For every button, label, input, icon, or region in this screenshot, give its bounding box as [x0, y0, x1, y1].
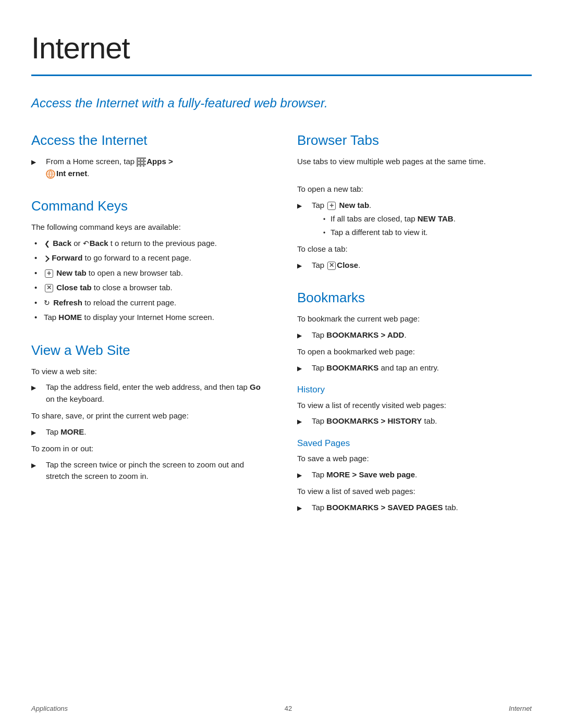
history-title: History	[297, 383, 532, 397]
new-tab-all-label: NEW TAB	[418, 214, 454, 223]
x-box-icon2: ✕	[327, 262, 336, 270]
access-internet-title: Access the Internet	[31, 130, 266, 151]
command-keys-section: Command Keys The following command keys …	[31, 196, 266, 324]
browser-tabs-to-open: To open a new tab:	[297, 183, 532, 195]
bookmarks-add-label: BOOKMARKS > ADD	[326, 330, 404, 339]
command-key-newtab: + New tab to open a new browser tab.	[31, 267, 266, 279]
bookmarks-add-list: Tap BOOKMARKS > ADD.	[297, 329, 532, 341]
newtab-label: New tab	[56, 268, 87, 277]
bookmarks-label: BOOKMARKS	[326, 363, 378, 372]
browser-tabs-intro: Use tabs to view multiple web pages at t…	[297, 156, 532, 168]
history-subsection: History To view a list of recently visit…	[297, 383, 532, 427]
access-internet-step: From a Home screen, tap Apps > Int ernet…	[31, 156, 266, 179]
view-to-share: To share, save, or print the current web…	[31, 410, 266, 422]
bookmarks-open-step: Tap BOOKMARKS and tap an entry.	[297, 362, 532, 374]
saved-pages-view-list: Tap BOOKMARKS > SAVED PAGES tab.	[297, 502, 532, 514]
back-arrow-icon: ↶	[83, 238, 89, 249]
browser-tabs-to-close: To close a tab:	[297, 243, 532, 255]
refresh-icon: ↻	[44, 298, 50, 309]
internet-label: Int ernet	[56, 169, 87, 178]
saved-pages-save-step: Tap MORE > Save web page.	[297, 469, 532, 481]
footer-page: 42	[285, 704, 292, 714]
home-label: HOME	[58, 313, 82, 322]
access-internet-step-text: From a Home screen, tap Apps > Int ernet…	[46, 157, 173, 178]
right-column: Browser Tabs Use tabs to view multiple w…	[297, 130, 532, 530]
view-step3: Tap the screen twice or pinch the screen…	[31, 459, 266, 483]
history-list: Tap BOOKMARKS > HISTORY tab.	[297, 415, 532, 427]
left-column: Access the Internet From a Home screen, …	[31, 130, 266, 530]
bookmarks-add-step: Tap BOOKMARKS > ADD.	[297, 329, 532, 341]
page-footer: Applications 42 Internet	[0, 704, 563, 714]
browser-tabs-close-list: Tap ✕Close.	[297, 260, 532, 272]
more-save-label: MORE > Save web page	[326, 470, 415, 479]
browser-tabs-sub-bullets: If all tabs are closed, tap NEW TAB. Tap…	[312, 213, 532, 238]
saved-pages-save-list: Tap MORE > Save web page.	[297, 469, 532, 481]
refresh-label: Refresh	[53, 298, 82, 307]
saved-pages-to-view: To view a list of saved web pages:	[297, 486, 532, 498]
view-step2: Tap MORE.	[31, 426, 266, 438]
browser-tabs-title: Browser Tabs	[297, 130, 532, 151]
browser-tabs-close-step: Tap ✕Close.	[297, 260, 532, 272]
newtab-label2: New tab	[339, 201, 370, 209]
command-keys-title: Command Keys	[31, 196, 266, 216]
back-label2: Back	[90, 239, 108, 248]
closetab-label: Close tab	[56, 283, 92, 292]
bookmarks-to-bookmark: To bookmark the current web page:	[297, 313, 532, 325]
back-label: Back	[53, 239, 71, 248]
view-web-site-title: View a Web Site	[31, 340, 266, 361]
saved-pages-title: Saved Pages	[297, 437, 532, 450]
two-col-layout: Access the Internet From a Home screen, …	[31, 130, 532, 530]
history-to-view: To view a list of recently visited web p…	[297, 400, 532, 412]
access-internet-list: From a Home screen, tap Apps > Int ernet…	[31, 156, 266, 179]
command-key-closetab: ✕ Close tab to close a browser tab.	[31, 282, 266, 294]
command-key-refresh: ↻ Refresh to reload the current page.	[31, 297, 266, 309]
browser-tabs-section: Browser Tabs Use tabs to view multiple w…	[297, 130, 532, 271]
bookmarks-section: Bookmarks To bookmark the current web pa…	[297, 288, 532, 513]
go-label: Go	[250, 382, 261, 391]
page-title: Internet	[31, 25, 532, 70]
footer-left: Applications	[31, 704, 68, 714]
browser-tabs-sub2: Tap a different tab to view it.	[320, 227, 532, 239]
access-internet-section: Access the Internet From a Home screen, …	[31, 130, 266, 179]
history-bookmarks-label: BOOKMARKS > HISTORY	[326, 416, 422, 425]
apps-label: Apps >	[146, 157, 173, 166]
view-to-view: To view a web site:	[31, 366, 266, 378]
saved-pages-view-step: Tap BOOKMARKS > SAVED PAGES tab.	[297, 502, 532, 514]
command-key-forward: Forward to go forward to a recent page.	[31, 252, 266, 264]
bookmarks-to-open: To open a bookmarked web page:	[297, 346, 532, 358]
browser-tabs-sub1: If all tabs are closed, tap NEW TAB.	[320, 213, 532, 225]
history-step: Tap BOOKMARKS > HISTORY tab.	[297, 415, 532, 427]
browser-tabs-open-step: Tap + New tab. If all tabs are closed, t…	[297, 200, 532, 239]
close-label: Close	[337, 261, 358, 269]
forward-label: Forward	[52, 253, 82, 262]
x-box-icon: ✕	[45, 284, 53, 292]
view-step1: Tap the address field, enter the web add…	[31, 381, 266, 405]
forward-chevron-icon	[43, 255, 50, 262]
command-keys-intro: The following command keys are available…	[31, 221, 266, 233]
page-container: Internet Access the Internet with a full…	[0, 0, 563, 728]
command-key-back: ❮ Back or ↶Back t o return to the previo…	[31, 238, 266, 250]
tagline: Access the Internet with a fully-feature…	[31, 95, 532, 112]
saved-pages-to-save: To save a web page:	[297, 453, 532, 465]
browser-tabs-open-list: Tap + New tab. If all tabs are closed, t…	[297, 200, 532, 239]
plus-box-icon: +	[45, 269, 53, 278]
command-keys-list: ❮ Back or ↶Back t o return to the previo…	[31, 238, 266, 324]
view-step2-list: Tap MORE.	[31, 426, 266, 438]
view-to-zoom: To zoom in or out:	[31, 443, 266, 455]
command-key-home: Tap HOME to display your Internet Home s…	[31, 312, 266, 324]
footer-right: Internet	[509, 704, 532, 714]
saved-pages-subsection: Saved Pages To save a web page: Tap MORE…	[297, 437, 532, 514]
title-rule	[31, 75, 532, 76]
more-label: MORE	[60, 427, 84, 436]
view-web-site-section: View a Web Site To view a web site: Tap …	[31, 340, 266, 483]
view-step3-list: Tap the screen twice or pinch the screen…	[31, 459, 266, 483]
bookmarks-title: Bookmarks	[297, 288, 532, 308]
internet-icon	[46, 169, 55, 179]
plus-box-icon2: +	[327, 202, 336, 210]
bookmarks-open-list: Tap BOOKMARKS and tap an entry.	[297, 362, 532, 374]
saved-pages-label: BOOKMARKS > SAVED PAGES	[326, 503, 443, 512]
apps-icon	[137, 157, 146, 167]
back-chevron-icon: ❮	[44, 239, 50, 249]
view-step1-list: Tap the address field, enter the web add…	[31, 381, 266, 405]
